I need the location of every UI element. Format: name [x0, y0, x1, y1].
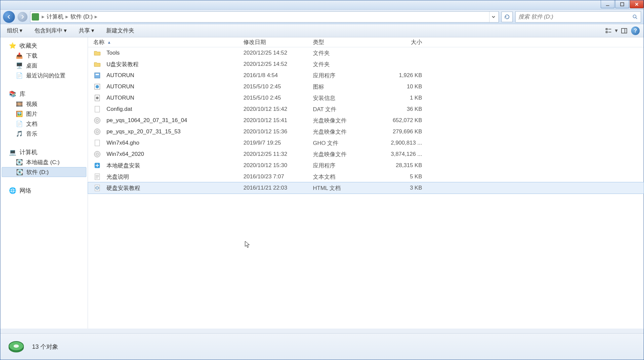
file-name: pe_yqs_1064_20_07_31_16_04 [107, 117, 187, 124]
column-header-name[interactable]: 名称 ▲ [91, 38, 243, 46]
label: 视频 [26, 100, 37, 108]
drive-icon [32, 13, 39, 21]
label: 文档 [26, 120, 37, 128]
file-row[interactable]: Tools2020/12/25 14:52文件夹 [88, 47, 644, 59]
share-menu[interactable]: 共享 ▾ [76, 25, 97, 36]
sidebar-favorites-head[interactable]: ⭐ 收藏夹 [0, 41, 88, 51]
search-box[interactable] [515, 11, 641, 22]
svg-point-17 [96, 97, 99, 99]
sidebar-computer-head[interactable]: 💻 计算机 [0, 147, 88, 157]
status-text: 13 个对象 [32, 343, 58, 351]
file-size: 1 KB [382, 95, 425, 101]
ico-icon [93, 83, 101, 91]
drive-icon: 💽 [16, 168, 23, 176]
sidebar-item-videos[interactable]: 🎞️ 视频 [0, 99, 88, 109]
download-icon: 📥 [16, 52, 23, 59]
file-size: 2,900,813 ... [382, 140, 425, 146]
column-header-size[interactable]: 大小 [382, 38, 425, 46]
folder-icon [93, 49, 101, 57]
file-name: Tools [107, 50, 120, 56]
help-button[interactable]: ? [631, 26, 640, 35]
file-date: 2020/10/12 15:42 [243, 106, 313, 112]
file-row[interactable]: Win7x64_20202020/12/25 11:32光盘映像文件3,874,… [88, 149, 644, 160]
navigation-row: ▸ 计算机 ▸ 软件 (D:) ▸ [0, 10, 644, 24]
organize-menu[interactable]: 组织 ▾ [4, 25, 25, 36]
file-type: 文本文档 [313, 173, 382, 181]
sidebar-item-pictures[interactable]: 🖼️ 图片 [0, 109, 88, 119]
file-name: AUTORUN [107, 83, 134, 90]
file-date: 2019/9/7 19:25 [243, 140, 313, 146]
music-icon: 🎵 [16, 130, 23, 137]
desktop-icon: 🖥️ [16, 62, 23, 69]
file-type: 文件夹 [313, 61, 382, 68]
file-type: 光盘映像文件 [313, 128, 382, 136]
file-type: HTML 文档 [313, 184, 382, 192]
address-bar[interactable]: ▸ 计算机 ▸ 软件 (D:) ▸ [30, 11, 499, 22]
file-name: pe_yqs_xp_20_07_31_15_53 [107, 128, 181, 135]
file-name: AUTORUN [107, 95, 134, 101]
sidebar-item-documents[interactable]: 📄 文档 [0, 119, 88, 129]
address-dropdown[interactable] [489, 12, 497, 22]
file-row[interactable]: 光盘说明2016/10/23 7:07文本文档5 KB [88, 171, 644, 182]
column-header-type[interactable]: 类型 [313, 38, 382, 46]
file-type: 光盘映像文件 [313, 117, 382, 124]
label: 下载 [26, 52, 37, 60]
forward-button[interactable] [18, 12, 27, 22]
search-input[interactable] [518, 14, 632, 20]
view-options-button[interactable] [605, 27, 612, 34]
file-type: 文件夹 [313, 49, 382, 57]
file-row[interactable]: pe_yqs_xp_20_07_31_15_532020/10/12 15:36… [88, 126, 644, 137]
svg-point-35 [14, 344, 19, 348]
file-date: 2020/10/12 15:30 [243, 162, 313, 169]
file-rows-container: Tools2020/12/25 14:52文件夹U盘安装教程2020/12/25… [88, 47, 644, 194]
close-button[interactable] [630, 0, 644, 8]
svg-rect-13 [96, 74, 99, 75]
svg-point-15 [96, 85, 99, 88]
breadcrumb[interactable]: ▸ 计算机 ▸ 软件 (D:) ▸ [41, 13, 98, 21]
file-date: 2016/1/8 4:54 [243, 72, 313, 79]
minimize-button[interactable] [601, 0, 615, 8]
html-icon [93, 184, 101, 192]
back-button[interactable] [3, 11, 15, 23]
file-row[interactable]: 本地硬盘安装2020/10/12 15:30应用程序28,315 KB [88, 160, 644, 171]
file-size: 36 KB [382, 106, 425, 112]
include-in-library-menu[interactable]: 包含到库中 ▾ [32, 25, 69, 36]
file-row[interactable]: AUTORUN2015/5/10 2:45图标10 KB [88, 81, 644, 92]
sidebar-item-downloads[interactable]: 📥 下载 [0, 51, 88, 61]
file-size: 652,072 KB [382, 117, 425, 124]
sidebar-item-music[interactable]: 🎵 音乐 [0, 129, 88, 139]
column-header-date[interactable]: 修改日期 [243, 38, 313, 46]
preview-pane-button[interactable] [621, 27, 628, 34]
sidebar-libraries-head[interactable]: 📚 库 [0, 89, 88, 99]
file-date: 2020/10/12 15:41 [243, 117, 313, 124]
file-type: 应用程序 [313, 162, 382, 169]
file-row[interactable]: Win7x64.gho2019/9/7 19:25GHO 文件2,900,813… [88, 137, 644, 149]
favorites-label: 收藏夹 [20, 42, 37, 50]
chevron-down-icon: ▾ [64, 27, 67, 34]
file-row[interactable]: 硬盘安装教程2016/11/21 22:03HTML 文档3 KB [88, 182, 644, 194]
refresh-button[interactable] [501, 12, 513, 22]
label: 桌面 [26, 62, 37, 69]
search-icon [632, 14, 638, 20]
breadcrumb-drive[interactable]: 软件 (D:) [70, 13, 93, 21]
file-row[interactable]: Config.dat2020/10/12 15:42DAT 文件36 KB [88, 104, 644, 115]
file-date: 2016/11/21 22:03 [243, 185, 313, 191]
sidebar-item-recent[interactable]: 📄 最近访问的位置 [0, 70, 88, 80]
breadcrumb-computer[interactable]: 计算机 [47, 13, 64, 21]
file-row[interactable]: AUTORUN2015/5/10 2:45安装信息1 KB [88, 92, 644, 104]
sidebar-item-desktop[interactable]: 🖥️ 桌面 [0, 61, 88, 70]
maximize-button[interactable] [615, 0, 629, 8]
sidebar-item-drive-d[interactable]: 💽 软件 (D:) [2, 167, 86, 177]
sidebar-network-head[interactable]: 🌐 网络 [0, 186, 88, 196]
sidebar-item-local-c[interactable]: 💽 本地磁盘 (C:) [0, 157, 88, 167]
file-row[interactable]: AUTORUN2016/1/8 4:54应用程序1,926 KB [88, 70, 644, 81]
label: 图片 [26, 110, 37, 118]
label: 最近访问的位置 [26, 72, 65, 79]
svg-point-4 [633, 15, 636, 18]
computer-label: 计算机 [20, 148, 37, 156]
col-name-label: 名称 [93, 38, 105, 46]
file-row[interactable]: U盘安装教程2020/12/25 14:52文件夹 [88, 59, 644, 70]
new-folder-button[interactable]: 新建文件夹 [104, 25, 137, 36]
file-row[interactable]: pe_yqs_1064_20_07_31_16_042020/10/12 15:… [88, 115, 644, 126]
chevron-down-icon[interactable]: ▾ [612, 27, 621, 34]
